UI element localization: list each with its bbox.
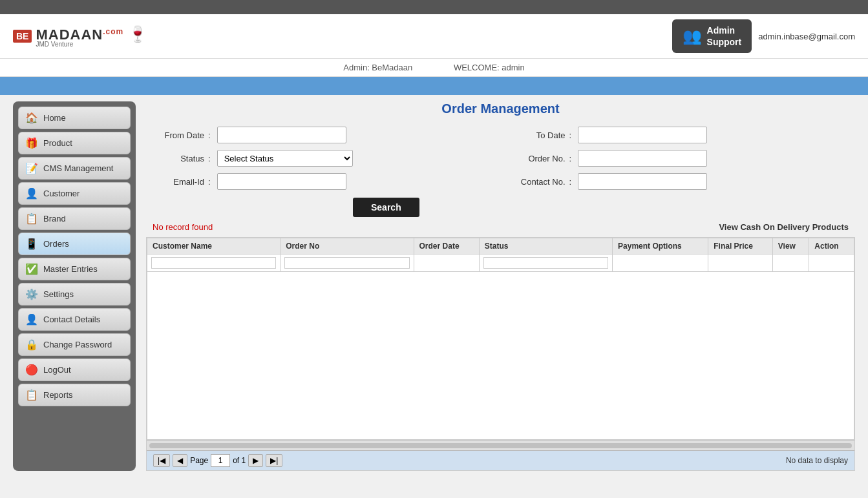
sidebar-label-password: Change Password	[43, 340, 112, 349]
sidebar-item-customer[interactable]: 👤 Customer	[18, 182, 131, 205]
sidebar-item-settings[interactable]: ⚙️ Settings	[18, 283, 131, 306]
logo-area: BE MADAAN.com 🍷 JMD Venture	[13, 25, 147, 48]
customer-icon: 👤	[25, 187, 38, 200]
col-customer-name: Customer Name	[147, 238, 281, 254]
cms-icon: 📝	[25, 162, 38, 174]
filter-order-no-input[interactable]	[284, 257, 409, 269]
to-date-input[interactable]	[578, 127, 707, 143]
sidebar-item-cms[interactable]: 📝 CMS Management	[18, 157, 131, 180]
search-button[interactable]: Search	[353, 198, 419, 217]
sidebar-item-product[interactable]: 🎁 Product	[18, 132, 131, 154]
main-layout: 🏠 Home 🎁 Product 📝 CMS Management 👤 Cust…	[0, 95, 868, 477]
last-page-button[interactable]: ▶|	[266, 454, 282, 467]
horizontal-scrollbar[interactable]	[147, 440, 854, 450]
header: BE MADAAN.com 🍷 JMD Venture 👥 Admin Supp…	[0, 14, 868, 59]
master-icon: ✅	[25, 263, 38, 275]
admin-support-button[interactable]: 👥 Admin Support	[672, 19, 752, 53]
first-page-button[interactable]: |◀	[153, 454, 170, 467]
filter-status[interactable]	[479, 254, 612, 272]
filter-customer-name-input[interactable]	[151, 257, 276, 269]
from-date-input[interactable]	[217, 127, 346, 143]
filter-final-price	[708, 254, 773, 272]
filter-customer-name[interactable]	[147, 254, 281, 272]
no-record-text: No record found	[153, 222, 213, 232]
sidebar-label-reports: Reports	[43, 390, 73, 400]
view-cod-link[interactable]: View Cash On Delivery Products	[719, 222, 849, 232]
welcome-text: WELCOME: admin	[454, 63, 525, 72]
sub-header: Admin: BeMadaan WELCOME: admin	[0, 59, 868, 77]
results-table: Customer Name Order No Order Date Status…	[147, 238, 854, 440]
admin-label-line2: Support	[707, 37, 742, 47]
next-page-button[interactable]: ▶	[248, 454, 263, 467]
header-right: 👥 Admin Support admin.inbase@gmail.com	[672, 19, 855, 53]
sidebar-label-product: Product	[43, 138, 72, 148]
results-table-container: Customer Name Order No Order Date Status…	[146, 237, 855, 471]
sidebar-item-contact[interactable]: 👤 Contact Details	[18, 308, 131, 331]
from-date-colon: :	[208, 130, 211, 140]
product-icon: 🎁	[25, 137, 38, 149]
sidebar-label-settings: Settings	[43, 289, 74, 299]
table-header-row: Customer Name Order No Order Date Status…	[147, 238, 854, 254]
logout-icon: 🔴	[25, 364, 38, 376]
contact-icon: 👤	[25, 313, 38, 326]
sidebar-item-brand[interactable]: 📋 Brand	[18, 207, 131, 230]
contact-label: Contact No.	[507, 177, 566, 187]
email-input[interactable]	[217, 173, 346, 190]
brand-icon: 📋	[25, 213, 38, 225]
to-date-colon: :	[569, 130, 572, 140]
status-colon: :	[208, 154, 211, 163]
contact-colon: :	[569, 177, 572, 187]
to-date-label: To Date	[507, 130, 566, 140]
settings-icon: ⚙️	[25, 288, 38, 300]
admin-label-line1: Admin	[707, 25, 736, 36]
reports-icon: 📋	[25, 389, 38, 401]
admin-email: admin.inbase@gmail.com	[758, 32, 855, 41]
status-label: Status	[146, 154, 204, 163]
logo-com: .com	[103, 26, 123, 36]
col-status: Status	[479, 238, 612, 254]
filter-status-input[interactable]	[483, 257, 608, 269]
logo-be: BE	[13, 30, 32, 43]
status-row: Status : Select Status Pending Confirmed…	[146, 150, 494, 167]
col-action: Action	[809, 238, 854, 254]
top-bar	[0, 0, 868, 14]
from-date-label: From Date	[146, 130, 204, 140]
filter-order-no[interactable]	[281, 254, 414, 272]
sidebar-label-home: Home	[43, 113, 66, 123]
filter-view	[772, 254, 809, 272]
contact-input[interactable]	[578, 173, 707, 190]
to-date-row: To Date :	[507, 127, 856, 143]
email-colon: :	[208, 177, 211, 187]
pagination-controls: |◀ ◀ Page of 1 ▶ ▶|	[153, 454, 282, 467]
logo-madaan: MADAAN.com	[36, 26, 128, 43]
filter-action	[809, 254, 854, 272]
page-label: Page	[190, 456, 208, 465]
filter-order-date	[414, 254, 479, 272]
page-title: Order Management	[146, 101, 855, 116]
sidebar-item-home[interactable]: 🏠 Home	[18, 107, 131, 129]
sidebar-item-orders[interactable]: 📱 Orders	[18, 233, 131, 255]
sidebar-item-reports[interactable]: 📋 Reports	[18, 384, 131, 406]
page-input[interactable]	[211, 454, 230, 467]
col-payment: Payment Options	[613, 238, 708, 254]
admin-support-label: Admin Support	[707, 25, 742, 48]
sidebar-item-master[interactable]: ✅ Master Entries	[18, 258, 131, 280]
sidebar-label-cms: CMS Management	[43, 163, 113, 173]
search-form: From Date : To Date : Status : Select St…	[146, 127, 855, 190]
sidebar-label-contact: Contact Details	[43, 315, 100, 324]
order-no-row: Order No. :	[507, 150, 856, 167]
sidebar-item-password[interactable]: 🔒 Change Password	[18, 333, 131, 356]
sidebar-label-logout: LogOut	[43, 365, 71, 375]
sidebar-label-brand: Brand	[43, 214, 66, 223]
status-select[interactable]: Select Status Pending Confirmed Shipped …	[217, 150, 353, 167]
sidebar-label-customer: Customer	[43, 189, 79, 198]
scroll-area[interactable]: Customer Name Order No Order Date Status…	[147, 238, 854, 440]
sidebar-item-logout[interactable]: 🔴 LogOut	[18, 358, 131, 381]
filter-payment	[613, 254, 708, 272]
prev-page-button[interactable]: ◀	[173, 454, 187, 467]
order-no-input[interactable]	[578, 150, 707, 167]
order-no-colon: :	[569, 154, 572, 163]
order-no-label: Order No.	[507, 154, 566, 163]
madaan-text: MADAAN	[36, 26, 103, 43]
of-label: of 1	[233, 456, 246, 465]
